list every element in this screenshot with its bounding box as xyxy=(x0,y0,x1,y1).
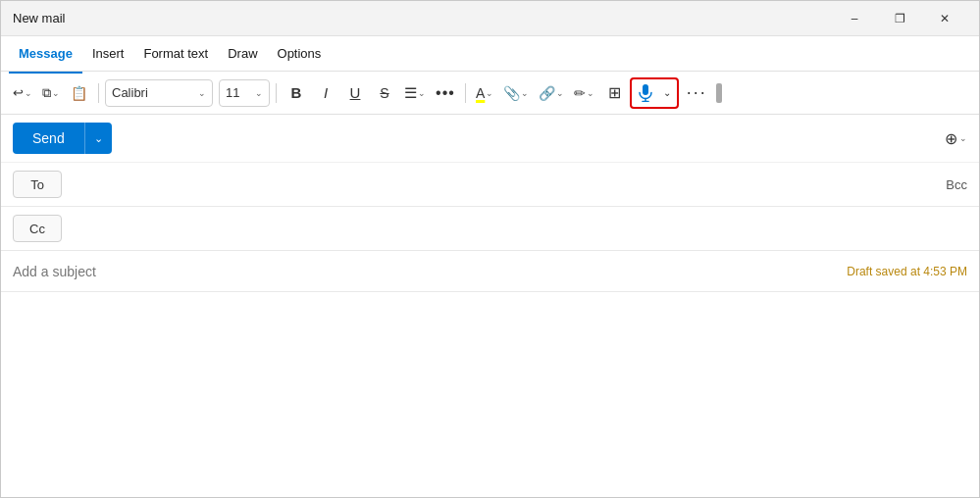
menu-item-draw[interactable]: Draw xyxy=(218,40,267,67)
draft-saved-status: Draft saved at 4:53 PM xyxy=(847,265,967,278)
bcc-link[interactable]: Bcc xyxy=(946,177,967,192)
divider-1 xyxy=(98,83,99,103)
font-size-value: 11 xyxy=(226,85,239,100)
to-input[interactable] xyxy=(70,176,946,192)
strikethrough-icon: S xyxy=(380,85,388,101)
link-icon: 🔗 xyxy=(539,85,555,101)
send-button[interactable]: Send xyxy=(13,123,84,154)
cc-label-button[interactable]: Cc xyxy=(13,215,62,242)
bold-button[interactable]: B xyxy=(283,79,310,107)
menu-bar: Message Insert Format text Draw Options xyxy=(1,36,979,72)
more-text-icon: ••• xyxy=(436,84,455,102)
copy-button[interactable]: ⧉ ⌄ xyxy=(38,79,64,107)
subject-row: Draft saved at 4:53 PM xyxy=(1,251,979,292)
window-title: New mail xyxy=(13,11,65,25)
undo-button[interactable]: ↩ ⌄ xyxy=(9,79,36,107)
copy-icon: ⧉ xyxy=(42,85,51,101)
compose-textarea[interactable] xyxy=(13,304,967,485)
zoom-icon: ⊕ xyxy=(945,129,957,148)
toolbar: ↩ ⌄ ⧉ ⌄ 📋 Calibri ⌄ 11 ⌄ B I xyxy=(1,72,979,115)
highlight-button[interactable]: A ⌄ xyxy=(472,79,497,107)
attach-chevron-icon: ⌄ xyxy=(521,88,529,98)
underline-button[interactable]: U xyxy=(341,79,369,107)
close-button[interactable]: ✕ xyxy=(922,1,967,36)
to-label-button[interactable]: To xyxy=(13,171,62,198)
attach-icon: 📎 xyxy=(503,85,520,101)
list-button[interactable]: ☰ ⌄ xyxy=(400,79,430,107)
action-row: Send ⌄ ⊕ ⌄ xyxy=(1,115,979,163)
clipboard-group: ⧉ ⌄ 📋 xyxy=(38,79,92,107)
table-button[interactable]: ⊞ xyxy=(600,79,628,107)
font-name-selector[interactable]: Calibri ⌄ xyxy=(105,79,213,107)
zoom-button[interactable]: ⊕ ⌄ xyxy=(945,129,967,148)
list-icon: ☰ xyxy=(404,84,417,102)
zoom-chevron-icon: ⌄ xyxy=(959,133,967,143)
font-size-chevron-icon: ⌄ xyxy=(255,88,263,98)
microphone-icon xyxy=(638,84,653,102)
compose-area[interactable] xyxy=(1,292,979,497)
clipboard-button[interactable]: 📋 xyxy=(65,79,92,107)
send-options-button[interactable]: ⌄ xyxy=(84,123,112,154)
divider-3 xyxy=(465,83,466,103)
pen-icon: ✏ xyxy=(574,85,586,101)
dictate-button[interactable] xyxy=(633,80,658,106)
undo-icon: ↩ xyxy=(13,85,24,100)
copy-chevron-icon: ⌄ xyxy=(52,88,60,98)
send-button-group: Send ⌄ xyxy=(13,123,112,154)
font-chevron-icon: ⌄ xyxy=(198,88,206,98)
undo-group: ↩ ⌄ xyxy=(9,79,36,107)
title-bar-controls: – ❐ ✕ xyxy=(832,1,967,36)
divider-2 xyxy=(276,83,277,103)
clipboard-icon: 📋 xyxy=(71,85,87,101)
more-options-button[interactable]: ··· xyxy=(683,79,710,107)
more-text-button[interactable]: ••• xyxy=(432,79,459,107)
dictate-chevron-icon: ⌄ xyxy=(663,87,671,98)
highlight-chevron-icon: ⌄ xyxy=(486,88,493,98)
svg-rect-0 xyxy=(643,84,648,95)
dictate-button-container: ⌄ xyxy=(630,77,679,109)
menu-item-insert[interactable]: Insert xyxy=(82,40,134,67)
subject-input[interactable] xyxy=(13,264,847,279)
title-bar: New mail – ❐ ✕ xyxy=(1,1,979,36)
minimize-button[interactable]: – xyxy=(832,1,877,36)
send-chevron-icon: ⌄ xyxy=(94,132,103,145)
attach-button[interactable]: 📎 ⌄ xyxy=(499,79,533,107)
italic-button[interactable]: I xyxy=(312,79,339,107)
link-chevron-icon: ⌄ xyxy=(556,88,564,98)
font-size-selector[interactable]: 11 ⌄ xyxy=(219,79,270,107)
signature-button[interactable]: ✏ ⌄ xyxy=(570,79,598,107)
toolbar-resize-handle xyxy=(716,83,722,103)
table-icon: ⊞ xyxy=(608,83,621,102)
menu-item-options[interactable]: Options xyxy=(268,40,332,67)
menu-item-format-text[interactable]: Format text xyxy=(133,40,218,67)
email-body: Send ⌄ ⊕ ⌄ To Bcc Cc Draft saved at 4:53… xyxy=(1,115,979,497)
email-compose-window: New mail – ❐ ✕ Message Insert Format tex… xyxy=(0,0,980,498)
list-chevron-icon: ⌄ xyxy=(418,88,426,98)
title-bar-left: New mail xyxy=(13,11,65,25)
dictate-arrow-button[interactable]: ⌄ xyxy=(658,80,676,106)
cc-row: Cc xyxy=(1,207,979,251)
pen-chevron-icon: ⌄ xyxy=(587,88,594,98)
to-row: To Bcc xyxy=(1,163,979,207)
menu-item-message[interactable]: Message xyxy=(9,40,82,67)
cc-input[interactable] xyxy=(70,221,967,236)
strikethrough-button[interactable]: S xyxy=(371,79,398,107)
highlight-icon: A xyxy=(476,85,485,101)
more-options-icon: ··· xyxy=(687,82,707,103)
link-button[interactable]: 🔗 ⌄ xyxy=(535,79,568,107)
undo-chevron-icon: ⌄ xyxy=(25,88,32,98)
maximize-button[interactable]: ❐ xyxy=(877,1,922,36)
font-name-value: Calibri xyxy=(112,85,148,100)
